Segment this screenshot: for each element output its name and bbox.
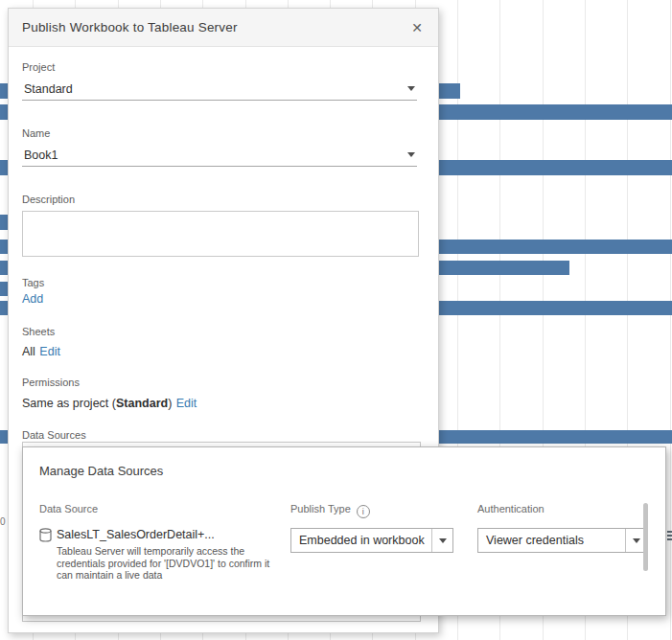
publish-type-dropdown[interactable]: Embedded in workbook	[290, 528, 453, 553]
sheets-label: Sheets	[22, 326, 55, 337]
screen: 0 Publish Workbook to Tableau Server ✕ P…	[0, 0, 672, 640]
chevron-down-icon	[407, 86, 415, 91]
info-icon[interactable]: i	[357, 505, 370, 518]
column-authentication: Authentication	[477, 503, 545, 514]
permissions-value: Same as project (Standard)	[22, 397, 172, 410]
name-label: Name	[22, 127, 50, 139]
permissions-edit-link[interactable]: Edit	[176, 397, 197, 410]
data-source-note: Tableau Server will temporarily access t…	[57, 545, 287, 582]
clipped-scroll-grip-icon	[667, 531, 672, 542]
data-sources-label: Data Sources	[22, 429, 86, 441]
chevron-down-icon	[407, 152, 415, 157]
data-source-name: SalesLT_SalesOrderDetail+...	[57, 528, 215, 541]
clipped-axis-label: 0	[0, 516, 6, 527]
dialog-title: Publish Workbook to Tableau Server	[22, 20, 238, 34]
description-label: Description	[22, 194, 75, 205]
tags-add-link[interactable]: Add	[22, 292, 43, 306]
sheets-value: All	[22, 345, 35, 358]
scrollbar-thumb[interactable]	[643, 503, 648, 571]
sheets-edit-link[interactable]: Edit	[39, 345, 60, 358]
dialog-header: Publish Workbook to Tableau Server ✕	[9, 9, 438, 47]
database-icon	[39, 528, 52, 546]
tags-label: Tags	[22, 277, 44, 288]
column-data-source: Data Source	[39, 503, 98, 514]
project-label: Project	[22, 61, 55, 73]
close-icon[interactable]: ✕	[409, 19, 425, 36]
authentication-dropdown[interactable]: Viewer credentials	[477, 528, 647, 553]
chevron-down-icon	[431, 529, 452, 552]
permissions-row: Same as project (Standard) Edit	[22, 394, 197, 411]
project-dropdown[interactable]: Standard	[22, 78, 417, 101]
project-value: Standard	[24, 82, 73, 96]
column-publish-type: Publish Typei	[290, 503, 370, 518]
authentication-value: Viewer credentials	[478, 534, 625, 547]
panel-title: Manage Data Sources	[39, 464, 163, 478]
permissions-label: Permissions	[22, 377, 80, 388]
publish-type-value: Embedded in workbook	[291, 534, 431, 547]
name-value: Book1	[24, 149, 58, 162]
manage-data-sources-panel: Manage Data Sources Data Source Publish …	[22, 446, 666, 616]
name-dropdown[interactable]: Book1	[22, 144, 417, 167]
sheets-row: All Edit	[22, 342, 60, 359]
description-input[interactable]	[22, 211, 419, 257]
